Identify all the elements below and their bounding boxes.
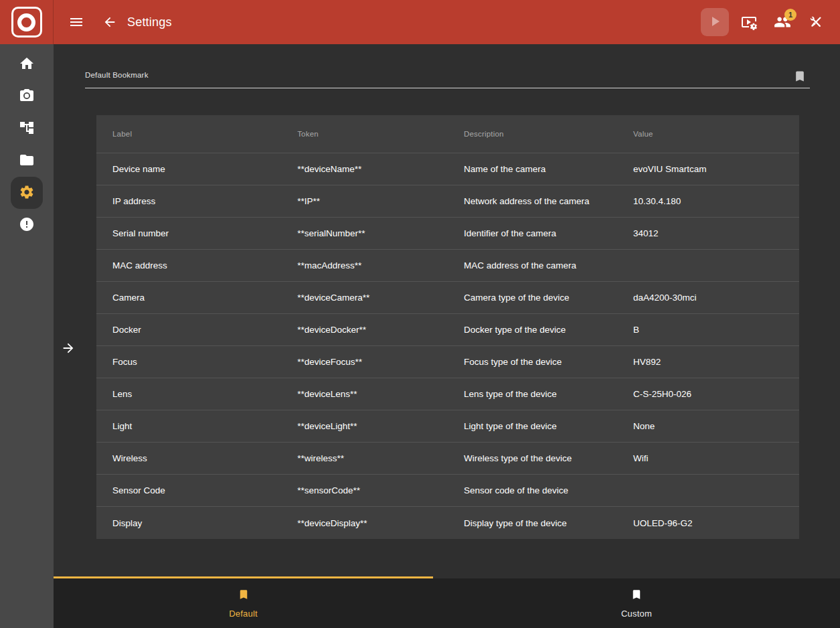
cell-value: C-S-25H0-026 [617,389,799,399]
cell-label: Focus [96,357,281,367]
header-label: Label [96,130,281,138]
tab-custom[interactable]: Custom [433,578,840,628]
cell-description: Network address of the camera [448,196,617,206]
tab-default[interactable]: Default [54,578,433,628]
sidebar-item-camera[interactable] [11,80,43,112]
default-bookmark-field[interactable]: Default Bookmark [85,68,810,88]
back-button[interactable] [96,9,123,35]
video-settings-button[interactable] [736,9,762,35]
arrow-forward-icon [61,341,76,358]
bookmark-tab-bar: Default Custom [54,578,840,628]
cell-description: Docker type of the device [448,325,617,335]
arrow-back-icon [102,15,117,29]
cell-token: **deviceLight** [281,421,448,431]
cell-value: evoVIU Smartcam [617,164,799,174]
sidebar-item-files[interactable] [11,145,43,177]
header-description: Description [448,130,617,138]
bookmark-icon[interactable] [793,70,807,86]
table-row[interactable]: Wireless **wireless** Wireless type of t… [96,443,799,475]
table-row[interactable]: Docker **deviceDocker** Docker type of t… [96,314,799,346]
field-label: Default Bookmark [85,71,149,79]
bookmark-icon [631,588,643,603]
cell-token: **deviceDisplay** [281,518,448,528]
cell-token: **deviceDocker** [281,325,448,335]
cell-description: Light type of the device [448,421,617,431]
menu-button[interactable] [63,9,90,35]
cell-description: MAC address of the camera [448,260,617,270]
notification-badge: 1 [784,9,796,21]
table-row[interactable]: IP address **IP** Network address of the… [96,185,799,218]
cell-description: Sensor code of the device [448,485,617,495]
cell-value: B [617,325,799,335]
app-logo [0,0,54,44]
video-settings-icon [741,14,757,30]
cell-description: Camera type of the device [448,293,617,303]
cell-token: **sensorCode** [281,485,448,495]
sidebar-item-alerts[interactable] [11,209,43,241]
cell-label: Serial number [96,228,281,238]
table-row[interactable]: Sensor Code **sensorCode** Sensor code o… [96,475,799,507]
device-tree-icon [19,120,35,138]
tools-button[interactable] [803,9,829,35]
cell-token: **macAddress** [281,260,448,270]
header-token: Token [281,130,448,138]
users-button[interactable]: 1 [769,9,796,35]
home-icon [19,56,35,74]
cell-token: **deviceFocus** [281,357,448,367]
active-tab-indicator [54,576,433,578]
cell-token: **wireless** [281,453,448,463]
cell-description: Wireless type of the device [448,453,617,463]
cell-label: Camera [96,293,281,303]
table-row[interactable]: Focus **deviceFocus** Focus type of the … [96,346,799,378]
cell-value: Wifi [617,453,799,463]
cell-value: 10.30.4.180 [617,196,799,206]
cell-label: Wireless [96,453,281,463]
cell-label: IP address [96,196,281,206]
play-button[interactable] [701,8,729,36]
tab-label: Default [229,609,258,619]
cell-label: Docker [96,325,281,335]
table-row[interactable]: Lens **deviceLens** Lens type of the dev… [96,378,799,410]
cell-description: Focus type of the device [448,357,617,367]
tab-label: Custom [621,609,652,619]
cell-token: **serialNumber** [281,228,448,238]
cell-token: **IP** [281,196,448,206]
cell-value: daA4200-30mci [617,293,799,303]
folder-icon [19,152,35,170]
table-row[interactable]: Camera **deviceCamera** Camera type of t… [96,282,799,314]
table-header-row: Label Token Description Value [96,115,799,153]
logo-icon [11,7,42,37]
top-app-bar: Settings 1 [0,0,840,44]
page-title: Settings [127,15,172,29]
cell-value: HV892 [617,357,799,367]
table-row[interactable]: Serial number **serialNumber** Identifie… [96,218,799,250]
play-icon [707,13,723,31]
table-row[interactable]: Device name **deviceName** Name of the c… [96,153,799,185]
cell-label: Sensor Code [96,485,281,495]
cell-description: Lens type of the device [448,389,617,399]
cell-label: Device name [96,164,281,174]
sidebar-item-settings[interactable] [11,177,43,209]
table-row[interactable]: Light **deviceLight** Light type of the … [96,410,799,443]
hamburger-icon [68,14,84,30]
cell-description: Identifier of the camera [448,228,617,238]
sidebar-item-home[interactable] [11,48,43,80]
cell-value: 34012 [617,228,799,238]
cell-label: Light [96,421,281,431]
header-value: Value [617,130,799,138]
table-row[interactable]: Display **deviceDisplay** Display type o… [96,507,799,539]
camera-icon [19,88,35,106]
cell-token: **deviceCamera** [281,293,448,303]
cell-token: **deviceLens** [281,389,448,399]
expand-drawer-button[interactable] [60,341,76,357]
table-row[interactable]: MAC address **macAddress** MAC address o… [96,250,799,282]
table-body: Device name **deviceName** Name of the c… [96,153,799,539]
cell-token: **deviceName** [281,164,448,174]
cell-label: MAC address [96,260,281,270]
left-navigation-rail [0,44,54,628]
error-icon [19,216,35,234]
tools-icon [808,14,824,30]
tokens-table: Label Token Description Value Device nam… [96,115,799,539]
cell-description: Display type of the device [448,518,617,528]
sidebar-item-device-tree[interactable] [11,112,43,145]
